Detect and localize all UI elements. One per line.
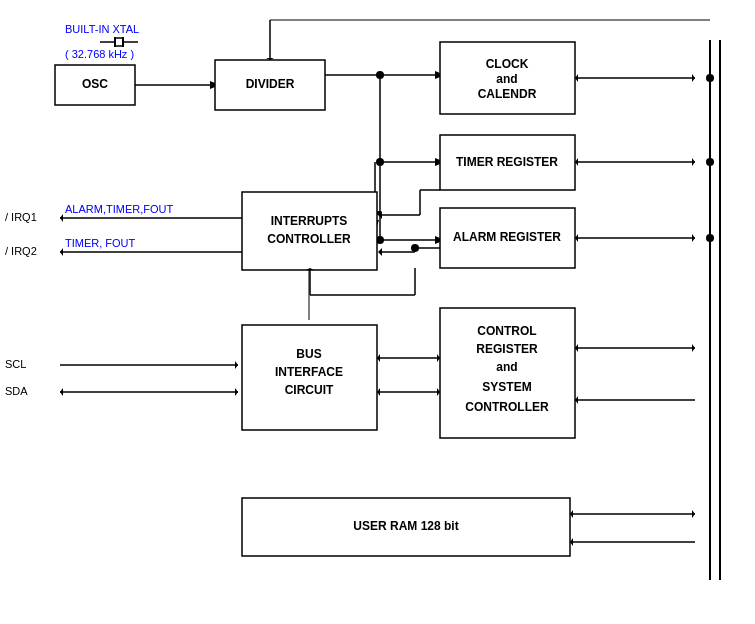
alarm-timer-fout-label: ALARM,TIMER,FOUT xyxy=(65,203,173,215)
userram-label: USER RAM 128 bit xyxy=(353,519,458,533)
irq2-label: / IRQ2 xyxy=(5,245,37,257)
sda-left-arrow xyxy=(60,388,63,396)
clock-right-arrow xyxy=(692,74,695,82)
osc-label: OSC xyxy=(82,77,108,91)
ram-right-arrow xyxy=(692,510,695,518)
timer-fout-label: TIMER, FOUT xyxy=(65,237,136,249)
block-diagram: BUILT-IN XTAL ( 32.768 kHz ) OSC DIVIDER… xyxy=(0,0,755,624)
irq1-arrow xyxy=(60,214,63,222)
interrupts-block xyxy=(242,192,377,270)
clock-label-2: and xyxy=(496,72,517,86)
interrupts-label-2: CONTROLLER xyxy=(267,232,351,246)
control-label-3: and xyxy=(496,360,517,374)
alarm-int-dot xyxy=(411,244,419,252)
scl-arrow xyxy=(235,361,238,369)
alarm-label: ALARM REGISTER xyxy=(453,230,561,244)
freq-label: ( 32.768 kHz ) xyxy=(65,48,134,60)
irq1-label: / IRQ1 xyxy=(5,211,37,223)
sda-right-arrow xyxy=(235,388,238,396)
interrupts-label-1: INTERRUPTS xyxy=(271,214,348,228)
control-label-2: REGISTER xyxy=(476,342,538,356)
alarm-right-arrow xyxy=(692,234,695,242)
ctrl-right-arrow xyxy=(692,344,695,352)
bus-label-3: CIRCUIT xyxy=(285,383,334,397)
clock-label-1: CLOCK xyxy=(486,57,529,71)
timer-right-arrow xyxy=(692,158,695,166)
svg-rect-4 xyxy=(115,38,123,46)
sda-label: SDA xyxy=(5,385,28,397)
irq2-arrow xyxy=(60,248,63,256)
timer-dot xyxy=(706,158,714,166)
divider-label: DIVIDER xyxy=(246,77,295,91)
bus-label-1: BUS xyxy=(296,347,321,361)
xtal-label: BUILT-IN XTAL xyxy=(65,23,139,35)
control-label-4: SYSTEM xyxy=(482,380,531,394)
alarm-dot xyxy=(706,234,714,242)
clock-dot xyxy=(706,74,714,82)
control-label-1: CONTROL xyxy=(477,324,536,338)
bus-label-2: INTERFACE xyxy=(275,365,343,379)
int-arrow-2 xyxy=(378,248,382,256)
scl-label: SCL xyxy=(5,358,26,370)
control-label-5: CONTROLLER xyxy=(465,400,549,414)
clock-label-3: CALENDR xyxy=(478,87,537,101)
timer-label: TIMER REGISTER xyxy=(456,155,558,169)
